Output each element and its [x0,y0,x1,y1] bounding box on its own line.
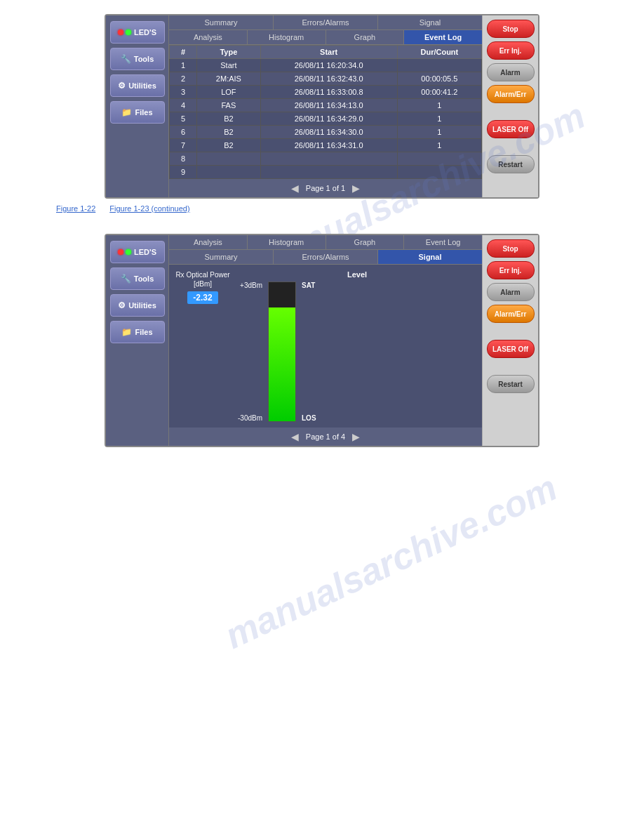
table-cell-num: 6 [170,126,197,139]
table-row: 4FAS26/08/11 16:34:13.01 [170,99,482,112]
tab-row-sub-2: Summary Errors/Alarms Signal [169,250,482,265]
tab-analysis-top-2[interactable]: Analysis [169,235,248,249]
col-header-num: # [170,46,197,59]
sidebar-utilities-2[interactable]: Utilities [110,294,165,317]
tab-histogram-top-2[interactable]: Histogram [248,235,326,249]
level-chart: Level +3dBm -30dBm SAT [238,270,476,422]
table-cell-dur: 1 [397,99,481,112]
table-cell-start: 26/08/11 16:34:13.0 [260,99,397,112]
tab-summary-2[interactable]: Summary [169,250,274,264]
alarm-button-2[interactable]: Alarm [487,283,535,301]
wrench-icon-2 [121,274,131,284]
table-row: 7B226/08/11 16:34:31.01 [170,139,482,152]
led-red-2 [118,249,123,255]
table-cell-dur [397,166,481,179]
bar-fill [269,307,295,421]
link-2[interactable]: Figure 1-23 (continued) [109,204,189,213]
right-buttons-1: Stop Err Inj. Alarm Alarm/Err LASER Off … [482,15,538,197]
pagination-2: ◀ Page 1 of 4 ▶ [169,428,482,446]
table-cell-type [197,152,260,166]
laser-off-button-2[interactable]: LASER Off [487,340,535,358]
sidebar-tools-2[interactable]: Tools [110,267,165,290]
stop-button-1[interactable]: Stop [487,20,535,38]
laser-off-button-1[interactable]: LASER Off [487,120,535,138]
sidebar-files-label-2: Files [135,328,152,336]
tab-row-top-2: Analysis Histogram Graph Event Log [169,235,482,250]
tab-graph-1[interactable]: Graph [326,30,405,44]
table-cell-start: 26/08/11 16:34:31.0 [260,139,397,152]
table-cell-num: 7 [170,139,197,152]
tab-analysis-1[interactable]: Analysis [169,30,248,44]
main-content-1: Summary Errors/Alarms Signal Analysis Hi… [169,15,482,197]
page-next-1[interactable]: ▶ [352,183,360,194]
sidebar-tools-1[interactable]: Tools [110,48,165,70]
tab-histogram-1[interactable]: Histogram [248,30,326,44]
sidebar-files-2[interactable]: Files [110,321,165,343]
rx-value: -2.32 [187,291,217,304]
col-header-dur: Dur/Count [397,46,481,59]
alarm-err-button-2[interactable]: Alarm/Err [487,305,535,323]
table-cell-num: 9 [170,166,197,179]
table-row: 3LOF26/08/11 16:33:00.800:00:41.2 [170,86,482,99]
led-green-1 [126,29,131,35]
sidebar-leds-2[interactable]: LED'S [110,241,165,263]
err-inj-button-2[interactable]: Err Inj. [487,261,535,279]
tab-errors-2[interactable]: Errors/Alarms [274,250,378,264]
table-cell-dur: 1 [397,126,481,139]
sidebar-files-1[interactable]: Files [110,101,165,124]
tab-errors-1[interactable]: Errors/Alarms [274,15,378,29]
page-prev-1[interactable]: ◀ [291,183,299,194]
alarm-err-button-1[interactable]: Alarm/Err [487,85,535,103]
page-label-2: Page 1 of 4 [306,432,345,441]
sidebar-leds-label-1: LED'S [134,28,156,37]
alarm-button-1[interactable]: Alarm [487,63,535,81]
table-cell-type: FAS [197,99,260,112]
table-cell-type: 2M:AIS [197,72,260,86]
table-cell-num: 2 [170,72,197,86]
table-cell-type: B2 [197,126,260,139]
sidebar-utilities-1[interactable]: Utilities [110,74,165,97]
tab-summary-1[interactable]: Summary [169,15,274,29]
sidebar-utilities-label-1: Utilities [128,81,156,90]
bar-container [268,282,296,422]
restart-button-1[interactable]: Restart [487,155,535,173]
table-cell-num: 1 [170,59,197,72]
table-cell-dur [397,59,481,72]
page-next-2[interactable]: ▶ [352,431,360,442]
panel-2: LED'S Tools Utilities Files Analysis His… [105,234,539,447]
main-content-2: Analysis Histogram Graph Event Log Summa… [169,235,482,446]
table-cell-type [197,166,260,179]
stop-button-2[interactable]: Stop [487,239,535,258]
sidebar-leds-1[interactable]: LED'S [110,21,165,44]
table-cell-dur: 00:00:05.5 [397,72,481,86]
link-1[interactable]: Figure 1-22 [56,204,95,213]
rx-label: Rx Optical Power [dBm] [175,270,231,289]
tab-graph-top-2[interactable]: Graph [326,235,405,249]
tab-eventlog-1[interactable]: Event Log [404,30,482,44]
table-cell-num: 3 [170,86,197,99]
restart-button-2[interactable]: Restart [487,375,535,393]
bar-sat-value: +3dBm [240,282,262,289]
level-title: Level [238,270,476,279]
sidebar-tools-label-1: Tools [134,55,154,63]
table-cell-start [260,152,397,166]
tab-signal-1[interactable]: Signal [378,15,482,29]
table-cell-start [260,166,397,179]
table-cell-type: LOF [197,86,260,99]
table-cell-start: 26/08/11 16:34:30.0 [260,126,397,139]
led-green-2 [126,249,131,255]
tab-eventlog-top-2[interactable]: Event Log [404,235,482,249]
page-prev-2[interactable]: ◀ [291,431,299,442]
bar-chart-area: +3dBm -30dBm SAT LOS [238,282,476,422]
table-cell-type: Start [197,59,260,72]
sat-label: SAT [302,282,316,289]
col-header-start: Start [260,46,397,59]
los-label: LOS [302,414,316,422]
event-log-table-container: # Type Start Dur/Count 1Start26/08/11 16… [169,45,482,179]
tab-signal-2[interactable]: Signal [378,250,482,264]
table-row: 9 [170,166,482,179]
util-icon-2 [118,300,126,310]
table-cell-dur: 1 [397,139,481,152]
err-inj-button-1[interactable]: Err Inj. [487,41,535,60]
table-cell-start: 26/08/11 16:34:29.0 [260,112,397,126]
